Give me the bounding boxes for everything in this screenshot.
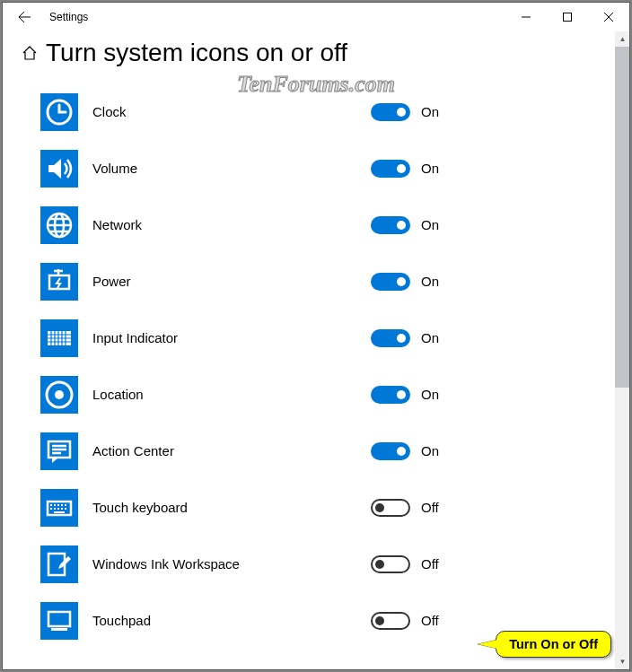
- svg-rect-23: [51, 628, 67, 631]
- scroll-down-button[interactable]: ▼: [615, 654, 629, 669]
- svg-rect-18: [61, 508, 63, 510]
- svg-rect-10: [50, 504, 52, 506]
- item-clock: ClockOn: [40, 83, 596, 140]
- svg-rect-16: [54, 508, 56, 510]
- svg-rect-13: [61, 504, 63, 506]
- toggle-wrap: Off: [371, 555, 439, 573]
- item-label: Volume: [92, 161, 371, 176]
- touchpad-icon: [40, 602, 78, 640]
- svg-rect-14: [65, 504, 66, 506]
- item-label: Windows Ink Workspace: [92, 556, 371, 572]
- power-toggle[interactable]: [371, 273, 410, 291]
- item-action-center: Action CenterOn: [40, 423, 596, 479]
- svg-rect-19: [65, 508, 66, 510]
- touch-keyboard-toggle[interactable]: [371, 499, 410, 517]
- svg-rect-12: [57, 504, 59, 506]
- location-icon: [40, 376, 78, 414]
- toggle-wrap: On: [371, 103, 439, 121]
- toggle-state-label: Off: [421, 556, 439, 572]
- toggle-state-label: On: [421, 104, 439, 119]
- toggle-state-label: On: [421, 274, 439, 289]
- item-label: Power: [92, 274, 371, 289]
- toggle-state-label: On: [421, 443, 439, 458]
- back-button[interactable]: [10, 3, 39, 31]
- page-header: Turn system icons on or off: [21, 39, 596, 67]
- toggle-wrap: Off: [371, 499, 439, 517]
- volume-toggle[interactable]: [371, 160, 410, 178]
- item-windows-ink: Windows Ink WorkspaceOff: [40, 536, 596, 592]
- toggle-wrap: On: [371, 160, 439, 178]
- titlebar: Settings: [3, 3, 629, 31]
- network-icon: [40, 206, 78, 244]
- svg-rect-11: [54, 504, 56, 506]
- item-network: NetworkOn: [40, 196, 596, 253]
- svg-rect-4: [49, 275, 69, 289]
- scroll-thumb[interactable]: [615, 47, 629, 388]
- toggle-state-label: On: [421, 217, 439, 232]
- clock-icon: [40, 93, 78, 131]
- page-title: Turn system icons on or off: [46, 39, 347, 67]
- volume-icon: [40, 150, 78, 188]
- minimize-button[interactable]: [505, 3, 547, 31]
- settings-window: Settings Turn system icons on or off Clo…: [2, 2, 630, 670]
- item-label: Touch keyboard: [92, 500, 371, 515]
- toggle-state-label: On: [421, 161, 439, 176]
- svg-rect-0: [564, 13, 572, 22]
- input-indicator-toggle[interactable]: [371, 329, 410, 347]
- app-title: Settings: [49, 11, 88, 23]
- item-power: PowerOn: [40, 253, 596, 310]
- home-icon[interactable]: [21, 44, 39, 62]
- window-controls: [505, 3, 629, 31]
- scroll-up-button[interactable]: ▲: [615, 31, 629, 47]
- touch-keyboard-icon: [40, 489, 78, 527]
- toggle-state-label: Off: [421, 500, 439, 515]
- callout-tooltip: Turn On or Off: [496, 631, 611, 658]
- item-volume: VolumeOn: [40, 140, 596, 196]
- windows-ink-icon: [40, 545, 78, 583]
- content-area: Turn system icons on or off ClockOnVolum…: [3, 31, 614, 669]
- maximize-button[interactable]: [547, 3, 588, 31]
- svg-rect-22: [48, 612, 70, 626]
- toggle-state-label: On: [421, 387, 439, 402]
- close-button[interactable]: [588, 3, 629, 31]
- toggle-state-label: On: [421, 330, 439, 345]
- toggle-wrap: On: [371, 329, 439, 347]
- item-label: Input Indicator: [92, 330, 371, 345]
- action-center-toggle[interactable]: [371, 442, 410, 460]
- system-icons-list: ClockOnVolumeOnNetworkOnPowerOnInput Ind…: [40, 83, 596, 649]
- svg-rect-20: [54, 511, 65, 513]
- scrollbar[interactable]: ▲ ▼: [614, 31, 629, 669]
- action-center-icon: [40, 432, 78, 470]
- minimize-icon: [522, 13, 531, 22]
- item-label: Action Center: [92, 443, 371, 458]
- toggle-wrap: On: [371, 442, 439, 460]
- svg-rect-17: [57, 508, 59, 510]
- item-touch-keyboard: Touch keyboardOff: [40, 479, 596, 536]
- toggle-wrap: On: [371, 216, 439, 234]
- toggle-wrap: On: [371, 273, 439, 291]
- power-icon: [40, 263, 78, 301]
- toggle-wrap: Off: [371, 612, 439, 630]
- close-icon: [604, 13, 613, 22]
- item-label: Location: [92, 387, 371, 402]
- clock-toggle[interactable]: [371, 103, 410, 121]
- maximize-icon: [563, 13, 572, 22]
- item-location: LocationOn: [40, 366, 596, 423]
- item-label: Touchpad: [92, 613, 371, 628]
- svg-point-7: [55, 390, 64, 399]
- item-input-indicator: Input IndicatorOn: [40, 310, 596, 366]
- toggle-state-label: Off: [421, 613, 439, 628]
- item-label: Clock: [92, 104, 371, 119]
- location-toggle[interactable]: [371, 386, 410, 404]
- windows-ink-toggle[interactable]: [371, 555, 410, 573]
- touchpad-toggle[interactable]: [371, 612, 410, 630]
- toggle-wrap: On: [371, 386, 439, 404]
- network-toggle[interactable]: [371, 216, 410, 234]
- item-label: Network: [92, 217, 371, 232]
- arrow-left-icon: [17, 10, 31, 24]
- input-indicator-icon: [40, 319, 78, 357]
- svg-rect-15: [50, 508, 52, 510]
